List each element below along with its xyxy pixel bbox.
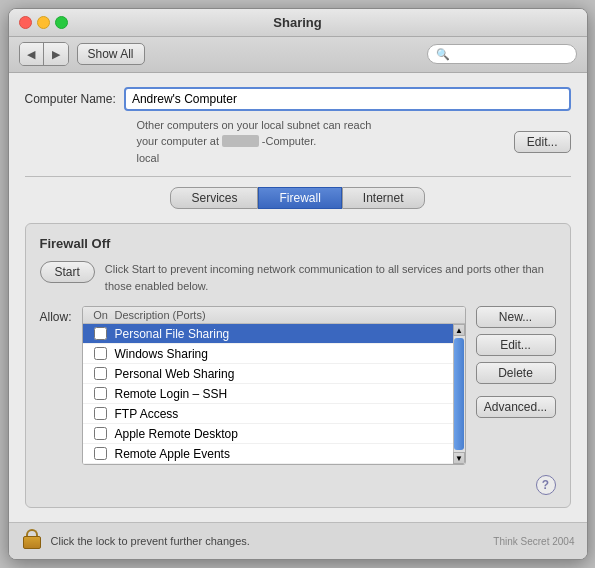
table-row[interactable]: Windows Sharing [83,344,465,364]
checkbox-cell [87,387,115,400]
checkbox-cell [87,367,115,380]
services-list-container: Personal File Sharing Windows Sharing [83,324,465,464]
tabs: Services Firewall Internet [25,187,571,209]
service-checkbox-0[interactable] [94,327,107,340]
search-input[interactable] [453,48,568,60]
maximize-button[interactable] [55,16,68,29]
service-name-3: Remote Login – SSH [115,387,461,401]
computer-name-input[interactable] [124,87,571,111]
service-name-1: Windows Sharing [115,347,461,361]
service-name-4: FTP Access [115,407,461,421]
show-all-button[interactable]: Show All [77,43,145,65]
delete-button[interactable]: Delete [476,362,556,384]
checkbox-cell [87,347,115,360]
close-button[interactable] [19,16,32,29]
watermark: Think Secret 2004 [493,536,574,547]
title-bar: Sharing [9,9,587,37]
checkbox-cell [87,327,115,340]
divider [25,176,571,177]
nav-buttons: ◀ ▶ [19,42,69,66]
allow-section: Allow: On Description (Ports) Person [40,306,556,465]
col-on-header: On [87,309,115,321]
computer-name-label: Computer Name: [25,92,116,106]
window: Sharing ◀ ▶ Show All 🔍 Computer Name: Ot… [8,8,588,561]
table-row[interactable]: Apple Remote Desktop [83,424,465,444]
new-button[interactable]: New... [476,306,556,328]
search-icon: 🔍 [436,48,450,61]
right-buttons: New... Edit... Delete Advanced... [476,306,556,418]
scrollbar[interactable]: ▲ ▼ [453,324,465,464]
masked-address [222,135,259,147]
service-name-0: Personal File Sharing [115,327,461,341]
service-checkbox-1[interactable] [94,347,107,360]
lock-text: Click the lock to prevent further change… [51,535,486,547]
service-checkbox-3[interactable] [94,387,107,400]
lock-body [23,536,41,549]
service-checkbox-5[interactable] [94,427,107,440]
scroll-down-arrow[interactable]: ▼ [453,452,465,464]
service-checkbox-2[interactable] [94,367,107,380]
table-row[interactable]: Personal File Sharing [83,324,465,344]
checkbox-cell [87,427,115,440]
table-row[interactable]: Personal Web Sharing [83,364,465,384]
table-row[interactable]: Remote Apple Events [83,444,465,464]
table-row[interactable]: FTP Access [83,404,465,424]
start-button[interactable]: Start [40,261,95,283]
col-desc-header: Description (Ports) [115,309,461,321]
service-checkbox-6[interactable] [94,447,107,460]
start-description: Click Start to prevent incoming network … [105,261,556,294]
service-checkbox-4[interactable] [94,407,107,420]
tab-internet[interactable]: Internet [342,187,425,209]
info-row: Other computers on your local subnet can… [137,117,571,167]
window-title: Sharing [273,15,321,30]
table-row[interactable]: Remote Login – SSH [83,384,465,404]
bottom-bar: Click the lock to prevent further change… [9,522,587,559]
search-box: 🔍 [427,44,577,64]
edit-firewall-button[interactable]: Edit... [476,334,556,356]
traffic-lights [19,16,68,29]
scroll-thumb[interactable] [454,338,464,450]
content: Computer Name: Other computers on your l… [9,73,587,523]
tab-firewall[interactable]: Firewall [258,187,341,209]
scroll-up-arrow[interactable]: ▲ [453,324,465,336]
services-list: Personal File Sharing Windows Sharing [83,324,465,464]
computer-name-row: Computer Name: [25,87,571,111]
forward-button[interactable]: ▶ [44,43,68,65]
start-row: Start Click Start to prevent incoming ne… [40,261,556,294]
tab-services[interactable]: Services [170,187,258,209]
firewall-status: Firewall Off [40,236,556,251]
firewall-panel: Firewall Off Start Click Start to preven… [25,223,571,508]
minimize-button[interactable] [37,16,50,29]
service-name-6: Remote Apple Events [115,447,461,461]
advanced-button[interactable]: Advanced... [476,396,556,418]
help-button[interactable]: ? [536,475,556,495]
checkbox-cell [87,447,115,460]
table-header: On Description (Ports) [83,307,465,324]
back-button[interactable]: ◀ [20,43,44,65]
service-name-5: Apple Remote Desktop [115,427,461,441]
service-name-2: Personal Web Sharing [115,367,461,381]
help-row: ? [40,475,556,495]
checkbox-cell [87,407,115,420]
edit-button[interactable]: Edit... [514,131,571,153]
services-table: On Description (Ports) Personal File Sha… [82,306,466,465]
lock-icon[interactable] [21,529,43,553]
toolbar: ◀ ▶ Show All 🔍 [9,37,587,73]
allow-label: Allow: [40,306,72,324]
info-text: Other computers on your local subnet can… [137,117,506,167]
